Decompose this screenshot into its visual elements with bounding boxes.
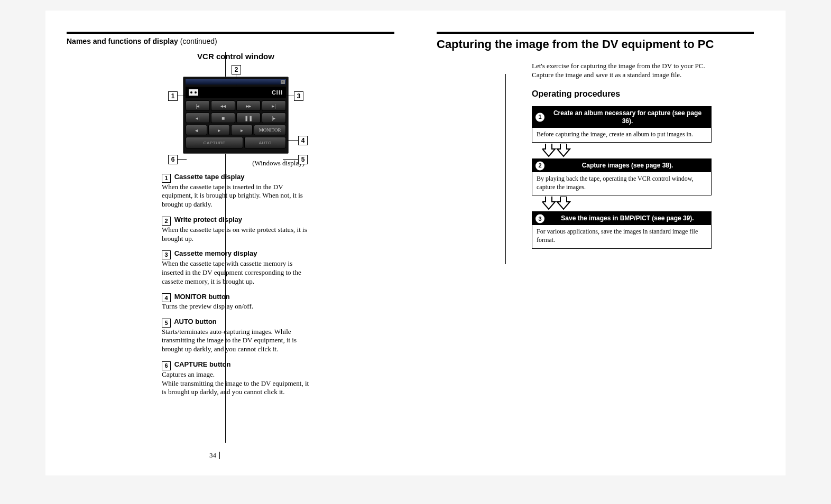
auto-button[interactable]: AUTO — [244, 137, 286, 148]
forward-to-end-button[interactable]: ▸| — [262, 100, 286, 111]
flow-arrow-icon — [532, 197, 712, 210]
transport-row-2: ◂| ■ ❚❚ |▸ — [186, 113, 286, 123]
step-head-text: Capture images (see page 38). — [582, 162, 673, 169]
procedure-flowchart: 1 Create an album necessary for capture … — [532, 106, 712, 249]
figure-caption: (Windows display) — [162, 159, 310, 167]
desc-head: 4 MONITOR button — [162, 293, 310, 303]
desc-head: 1 Cassette tape display — [162, 173, 310, 183]
desc-title: Cassette memory display — [174, 249, 257, 257]
callout-6: 6 — [168, 155, 178, 164]
step-forward-button[interactable]: |▸ — [262, 113, 286, 123]
callout-lead — [177, 159, 187, 160]
right-content: Let's exercise for capturing the image f… — [532, 61, 712, 249]
desc-num: 1 — [162, 174, 171, 183]
transport-row-3: ◂ ▸ ▸ MONITOR — [186, 125, 286, 135]
step-head-text: Create an album necessary for capture (s… — [553, 109, 701, 125]
section-title: Names and functions of display (continue… — [67, 37, 394, 45]
desc-num: 5 — [162, 319, 171, 328]
step-number-badge: 2 — [535, 161, 544, 170]
flow-body: Before capturing the image, create an al… — [532, 128, 711, 143]
pause-button[interactable]: ❚❚ — [236, 113, 261, 123]
horizontal-rule — [437, 32, 754, 34]
right-page: Capturing the image from the DV equipmen… — [416, 11, 786, 475]
capture-label: CAPTURE — [204, 141, 226, 145]
desc-num: 3 — [162, 250, 171, 259]
flow-step-3: 3 Save the images in BMP/PICT (see page … — [532, 211, 712, 248]
play-button[interactable]: ▸ — [208, 125, 230, 135]
flow-arrow-icon — [532, 144, 712, 157]
vcr-title-bar: × — [186, 79, 286, 85]
vcr-status-row: CIII — [186, 87, 286, 98]
close-icon[interactable]: × — [281, 80, 285, 84]
desc-item-5: 5 AUTO button Starts/terminates auto-cap… — [162, 318, 310, 354]
monitor-label: MONITOR — [259, 127, 281, 133]
horizontal-rule — [67, 32, 394, 34]
callout-lead — [287, 140, 299, 141]
page-number: 34 — [209, 451, 216, 459]
capture-row: CAPTURE AUTO — [186, 137, 286, 148]
desc-body: When the cassette tape is inserted in th… — [162, 183, 310, 210]
desc-title: CAPTURE button — [174, 360, 231, 368]
transport-row-1: |◂ ◂◂ ▸▸ ▸| — [186, 100, 286, 111]
step-number-badge: 1 — [535, 113, 544, 122]
vcr-window-title: VCR control window — [162, 52, 310, 61]
callout-2: 2 — [232, 65, 241, 74]
desc-head: 6 CAPTURE button — [162, 360, 310, 370]
cassette-icon — [189, 89, 198, 96]
vcr-panel: × CIII |◂ ◂◂ ▸▸ ▸| ◂| ■ ❚ — [183, 77, 289, 154]
desc-num: 6 — [162, 361, 171, 370]
cassette-memory-icon: CIII — [272, 89, 283, 96]
flow-step-1: 1 Create an album necessary for capture … — [532, 106, 712, 143]
step-back-button[interactable]: ◂| — [186, 113, 210, 123]
callout-3: 3 — [294, 91, 303, 101]
desc-item-2: 2 Write protect display When the cassett… — [162, 216, 310, 243]
desc-body: Starts/terminates auto-capturing images.… — [162, 328, 310, 354]
left-page: Names and functions of display (continue… — [45, 11, 416, 475]
stop-button[interactable]: ■ — [211, 113, 235, 123]
callout-lead — [177, 96, 187, 96]
desc-body: Captures an image. While transmitting th… — [162, 370, 310, 397]
desc-num: 2 — [162, 217, 171, 226]
flow-step-2: 2 Capture images (see page 38). By playi… — [532, 158, 712, 195]
desc-body: Turns the preview display on/off. — [162, 302, 310, 311]
page-number-left: 34 — [209, 451, 220, 460]
vertical-separator — [505, 74, 506, 264]
desc-title: Cassette tape display — [174, 173, 245, 181]
desc-head: 2 Write protect display — [162, 216, 310, 226]
operating-procedures-title: Operating procedures — [532, 89, 712, 99]
desc-title: AUTO button — [174, 318, 217, 325]
desc-body: When the cassette tape is on write prote… — [162, 226, 310, 244]
title-main: Names and functions of display — [67, 37, 178, 45]
flow-head: 2 Capture images (see page 38). — [532, 159, 711, 172]
monitor-button[interactable]: MONITOR — [254, 125, 286, 135]
callout-1: 1 — [168, 91, 178, 101]
auto-label: AUTO — [259, 141, 272, 145]
desc-body: When the cassette tape with cassette mem… — [162, 259, 310, 286]
slow-rewind-button[interactable]: ◂ — [186, 125, 207, 135]
desc-item-1: 1 Cassette tape display When the cassett… — [162, 173, 310, 209]
step-number-badge: 3 — [535, 214, 544, 223]
manual-page-spread: Names and functions of display (continue… — [45, 11, 786, 475]
flow-body: For various applications, save the image… — [532, 225, 711, 248]
rewind-button[interactable]: ◂◂ — [211, 100, 235, 111]
intro-paragraph: Let's exercise for capturing the image f… — [532, 61, 712, 80]
desc-title: Write protect display — [174, 216, 242, 223]
flow-body: By playing back the tape, operating the … — [532, 172, 711, 195]
rewind-to-start-button[interactable]: |◂ — [186, 100, 210, 111]
chapter-title: Capturing the image from the DV equipmen… — [437, 37, 754, 52]
left-content: VCR control window 2 1 3 4 5 6 — [162, 52, 310, 397]
page-tick — [219, 452, 220, 459]
descriptions: 1 Cassette tape display When the cassett… — [162, 173, 310, 397]
desc-head: 3 Cassette memory display — [162, 249, 310, 259]
capture-button[interactable]: CAPTURE — [186, 137, 243, 148]
callout-lead — [283, 159, 299, 160]
desc-title: MONITOR button — [174, 293, 230, 301]
slow-forward-button[interactable]: ▸ — [231, 125, 253, 135]
callout-5: 5 — [298, 155, 308, 164]
fast-forward-button[interactable]: ▸▸ — [236, 100, 261, 111]
callout-lead — [285, 96, 294, 96]
desc-item-6: 6 CAPTURE button Captures an image. Whil… — [162, 360, 310, 397]
flow-head: 3 Save the images in BMP/PICT (see page … — [532, 212, 711, 225]
desc-num: 4 — [162, 293, 171, 302]
vcr-figure: 2 1 3 4 5 6 × — [167, 66, 304, 154]
